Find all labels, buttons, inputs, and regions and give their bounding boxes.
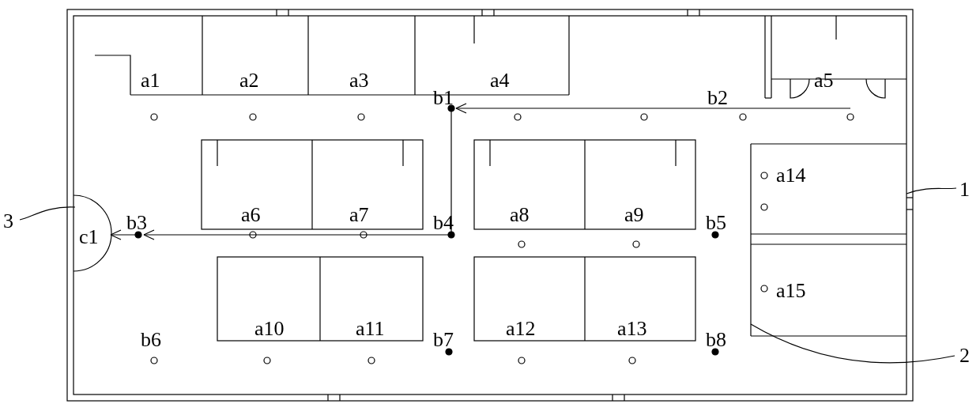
label-b2: b2 [707,86,728,109]
label-a13: a13 [617,317,647,340]
label-a15: a15 [776,279,806,302]
label-a7: a7 [349,203,369,226]
label-b3: b3 [126,211,147,234]
label-b6: b6 [141,328,161,351]
dot-a3 [358,114,364,120]
label-a5: a5 [814,69,834,92]
dot-a2 [250,114,256,120]
svg-point-41 [761,204,767,210]
dot-a12 [518,357,525,364]
dot-a10 [264,357,270,364]
dot-a15 [761,285,767,292]
label-a3: a3 [349,69,369,92]
label-a6: a6 [241,203,261,226]
label-a12: a12 [506,317,536,340]
dot-a11 [368,357,375,364]
ref-2: 2 [959,344,970,367]
label-a4: a4 [490,69,510,92]
label-c1: c1 [79,225,99,248]
label-b4: b4 [433,211,454,234]
label-a11: a11 [356,317,385,340]
text-labels: a1 a2 a3 a4 a5 a6 a7 a8 a9 a10 a11 a12 a… [79,69,834,351]
dot-a14 [761,172,767,179]
label-b7: b7 [433,328,454,351]
dot-b6 [151,357,157,364]
svg-point-35 [641,114,647,120]
dot-a13 [629,357,635,364]
label-a10: a10 [254,317,285,340]
dot-a4 [514,114,521,120]
label-b1: b1 [433,86,454,109]
ref-1: 1 [959,178,970,201]
leader-2 [751,324,955,363]
label-a9: a9 [624,203,644,226]
floor-plan-diagram: a1 a2 a3 a4 a5 a6 a7 a8 a9 a10 a11 a12 a… [0,0,980,419]
ref-3: 3 [3,210,13,232]
dot-a5 [847,114,854,120]
svg-point-36 [740,114,746,120]
leader-1 [906,188,956,194]
label-b5: b5 [706,211,726,234]
label-a2: a2 [239,69,259,92]
label-a8: a8 [510,203,530,226]
label-b8: b8 [706,328,726,351]
label-a1: a1 [141,69,160,92]
svg-point-39 [518,241,525,247]
label-a14: a14 [776,164,806,187]
svg-point-40 [633,241,639,247]
dot-a1 [151,114,157,120]
